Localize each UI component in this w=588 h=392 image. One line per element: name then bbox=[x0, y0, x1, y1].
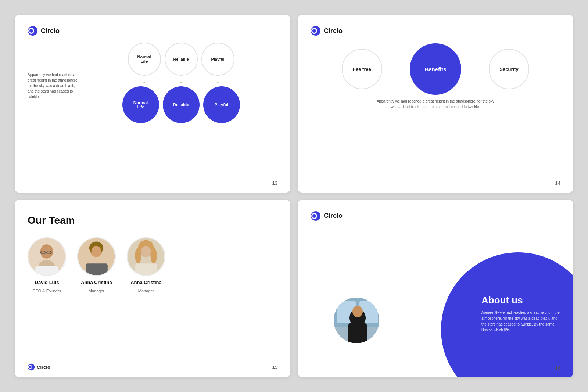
avatar-david bbox=[28, 237, 66, 276]
avatar-david-img bbox=[28, 238, 65, 275]
circlo-logo-icon-13 bbox=[28, 26, 38, 36]
svg-point-5 bbox=[312, 29, 316, 33]
avatar-anna2-img bbox=[128, 238, 165, 275]
svg-point-33 bbox=[312, 214, 316, 218]
footer-line-16 bbox=[311, 368, 552, 368]
page-number-16: 16 bbox=[555, 365, 560, 371]
svg-line-14 bbox=[51, 252, 53, 252]
footer-logo-icon-15 bbox=[28, 363, 35, 371]
member-name-2: Anna Cristina bbox=[81, 280, 112, 285]
slide-14: Circlo Fee free Benefits Security Appare… bbox=[298, 15, 573, 193]
circlo-logo-icon-16 bbox=[311, 211, 321, 221]
page-number-15: 15 bbox=[272, 364, 277, 370]
svg-point-39 bbox=[352, 306, 363, 317]
circle-normal-life-bottom: NormalLife bbox=[122, 86, 159, 123]
logo-13: Circlo bbox=[28, 26, 277, 36]
arrow-1: ↓ bbox=[128, 77, 161, 85]
slide16-footer: 16 bbox=[311, 365, 560, 371]
slide13-diagram: NormalLife Reliable Playful ↓ ↓ ↓ Normal… bbox=[85, 43, 277, 123]
about-text: Apparently we had reached a great height… bbox=[481, 310, 562, 333]
about-content: About us Apparently we had reached a gre… bbox=[481, 295, 562, 333]
dash-1 bbox=[390, 69, 402, 69]
circle-normal-life-top: NormalLife bbox=[128, 43, 161, 76]
footer-line-13 bbox=[28, 183, 269, 183]
about-person-photo bbox=[333, 296, 380, 344]
circle-reliable-top: Reliable bbox=[165, 43, 198, 76]
member-role-1: CEO & Founder bbox=[32, 289, 61, 293]
page-number-13: 13 bbox=[272, 180, 277, 186]
member-role-2: Manager bbox=[89, 289, 104, 293]
svg-point-2 bbox=[29, 29, 33, 33]
svg-point-26 bbox=[141, 246, 151, 257]
slide14-footer: 14 bbox=[311, 180, 560, 186]
logo-14: Circlo bbox=[311, 26, 560, 36]
logo-16: Circlo bbox=[311, 211, 560, 221]
svg-rect-20 bbox=[86, 263, 108, 275]
member-name-1: David Luis bbox=[35, 280, 59, 285]
logo-text-16: Circlo bbox=[324, 212, 343, 220]
circle-playful-top: Playful bbox=[201, 43, 234, 76]
slide14-description: Apparently we had reached a great height… bbox=[373, 98, 498, 109]
arrow-3: ↓ bbox=[201, 77, 234, 85]
slide-16: Circlo About us Apparently we had reache… bbox=[298, 200, 573, 378]
circle-playful-bottom: Playful bbox=[203, 86, 240, 123]
avatar-anna2 bbox=[127, 237, 165, 276]
footer-line-15 bbox=[53, 367, 269, 367]
team-members: David Luis CEO & Founder Anna Cristina M… bbox=[28, 237, 277, 293]
footer-logo-15: Circlo bbox=[28, 363, 50, 371]
slide13-footer: 13 bbox=[28, 180, 277, 186]
slide-15: Our Team David Luis bbox=[15, 200, 290, 378]
team-member-1: David Luis CEO & Founder bbox=[28, 237, 66, 293]
svg-point-19 bbox=[92, 246, 101, 257]
benefits-circle: Benefits bbox=[410, 43, 461, 95]
member-role-3: Manager bbox=[138, 289, 154, 293]
circlo-logo-icon-14 bbox=[311, 26, 321, 36]
footer-logo-text-15: Circlo bbox=[37, 364, 50, 370]
top-circles: NormalLife Reliable Playful bbox=[128, 43, 234, 76]
svg-rect-15 bbox=[35, 266, 58, 275]
svg-point-24 bbox=[135, 248, 141, 263]
slide13-description: Apparently we had reached a great height… bbox=[28, 72, 81, 123]
bottom-circles: NormalLife Reliable Playful bbox=[122, 86, 240, 123]
svg-point-30 bbox=[29, 366, 32, 368]
slide-13: Circlo Apparently we had reached a great… bbox=[15, 15, 290, 193]
svg-rect-27 bbox=[135, 263, 157, 275]
dash-2 bbox=[469, 69, 481, 69]
logo-text-13: Circlo bbox=[41, 27, 60, 35]
page-number-14: 14 bbox=[555, 180, 560, 186]
fee-free-circle: Fee free bbox=[342, 49, 382, 89]
team-member-3: Anna Cristina Manager bbox=[127, 237, 165, 293]
svg-rect-40 bbox=[348, 323, 367, 344]
logo-text-14: Circlo bbox=[324, 27, 343, 35]
member-name-3: Anna Cristina bbox=[130, 280, 162, 285]
benefits-diagram: Fee free Benefits Security bbox=[311, 43, 560, 95]
security-circle: Security bbox=[489, 49, 529, 89]
svg-point-25 bbox=[151, 248, 157, 263]
about-title: About us bbox=[481, 295, 562, 306]
avatar-anna1-img bbox=[78, 238, 115, 275]
arrow-2: ↓ bbox=[165, 77, 198, 85]
arrows-row: ↓ ↓ ↓ bbox=[128, 77, 234, 85]
slide15-footer: Circlo 15 bbox=[28, 363, 277, 371]
svg-line-13 bbox=[40, 252, 41, 252]
circle-reliable-bottom: Reliable bbox=[163, 86, 200, 123]
footer-line-14 bbox=[311, 183, 552, 183]
about-person-img bbox=[334, 298, 380, 344]
avatar-anna1 bbox=[77, 237, 116, 276]
slide13-content: Apparently we had reached a great height… bbox=[28, 43, 277, 123]
team-title: Our Team bbox=[28, 215, 277, 226]
team-member-2: Anna Cristina Manager bbox=[77, 237, 116, 293]
